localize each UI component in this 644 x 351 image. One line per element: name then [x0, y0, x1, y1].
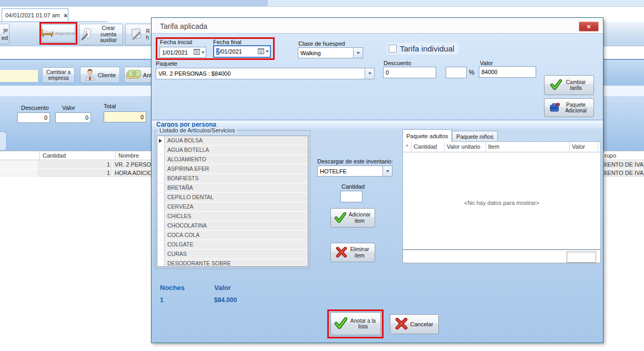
cliente-label: Cliente [98, 72, 116, 78]
row-selector[interactable] [157, 202, 165, 212]
list-item[interactable]: CERVEZA [157, 202, 308, 212]
paquete-select[interactable]: VR. 2 PERSONAS : $84000 [156, 68, 375, 79]
row-selector[interactable] [157, 174, 165, 183]
side-tab-fragment[interactable] [0, 131, 7, 151]
paquete-adicional-button[interactable]: Paquete Adicional [544, 98, 594, 117]
row-selector[interactable] [157, 250, 165, 259]
clase-huesped-select[interactable]: Walking [298, 47, 363, 58]
table-row[interactable]: 1 VR. 2 PERSON [0, 161, 151, 169]
tab-paquete-adultos[interactable]: Paquete adultos [402, 129, 452, 142]
summary-valor-label: Valor [214, 284, 231, 292]
list-item[interactable]: CHICLES [157, 212, 308, 221]
row-selector[interactable] [157, 231, 165, 240]
alojamiento-button[interactable]: Alojamiento [42, 24, 75, 43]
room-code-field[interactable] [0, 70, 38, 82]
chevron-down-icon[interactable] [365, 68, 374, 79]
tab-paquete-ninos[interactable]: Paquete niños [452, 131, 498, 142]
clase-huesped-label: Clase de huesped [298, 40, 345, 47]
fragment-right-line1: R [146, 28, 149, 34]
tab-close-icon[interactable]: × [64, 12, 68, 19]
list-item[interactable]: CHOCOLATINA [157, 221, 308, 231]
fecha-final-field[interactable]: 2/01/2021 [213, 45, 271, 58]
cantidad-input[interactable] [340, 191, 363, 202]
row-selector[interactable] [157, 183, 165, 193]
dialog-descuento-input[interactable]: 0 [383, 67, 436, 78]
app-window: 04/01/2021 01:07 am × je ed Alojamiento [0, 0, 644, 351]
adicionar-item-button[interactable]: Adicionar item [330, 208, 375, 228]
bg-nombre-column-header: Nombre [116, 151, 151, 160]
chevron-down-icon[interactable] [202, 51, 205, 54]
calendar-icon[interactable] [258, 48, 264, 55]
list-item-label: ALOJAMIENTO [165, 155, 308, 164]
row-selector[interactable] [157, 155, 165, 164]
crear-cuenta-auxiliar-button[interactable]: Crear cuenta auxiliar [79, 24, 123, 45]
cambiar-a-empresa-button[interactable]: Cambiar a empresa [42, 67, 75, 83]
tarifa-individual-checkbox[interactable] [389, 45, 397, 53]
grid-empty-message: <No hay datos para mostrar> [403, 200, 600, 206]
list-item[interactable]: BRETAÑA [157, 183, 308, 193]
grupo-cell[interactable]: XENTO DE IVA [603, 161, 644, 169]
articulos-servicios-list: AGUA BOLSA AGUA BOTELLA ALOJAMIENTO ASPI… [157, 136, 308, 267]
eliminar-item-button[interactable]: Eliminar item [330, 243, 375, 262]
fragment-left-line2: ed [2, 35, 8, 41]
dialog-valor-input[interactable]: 84000 [479, 66, 536, 78]
row-selector[interactable] [157, 136, 165, 146]
row-selector[interactable] [157, 240, 165, 250]
list-item-label: DESODORANTE SOBRE [165, 259, 308, 267]
grid-footer [402, 250, 601, 263]
anotar-a-la-lista-button[interactable]: Anotar a la lista [330, 312, 381, 335]
inventario-select[interactable]: HOTELFE [317, 166, 393, 177]
list-item-label: AGUA BOLSA [165, 136, 308, 146]
chevron-down-icon[interactable] [383, 166, 392, 176]
check-icon [335, 212, 346, 224]
anticipo-label: Ant [143, 72, 152, 78]
list-item[interactable]: COCA COLA [157, 231, 308, 240]
row-selector[interactable] [157, 193, 165, 202]
list-item-label: COLGATE [165, 240, 308, 250]
valor-bg-input[interactable]: 0 [55, 112, 91, 123]
dialog-close-button[interactable]: × [579, 22, 599, 32]
cliente-button[interactable]: Cliente [80, 67, 120, 83]
row-selector-cell [0, 169, 37, 177]
bg-table-header: Cantidad Nombre [0, 151, 151, 160]
dialog-descuento-label: Descuento [384, 60, 411, 66]
calendar-icon[interactable] [194, 49, 200, 56]
row-selector[interactable] [157, 221, 165, 231]
grid-spacer-header [598, 142, 600, 152]
list-item[interactable]: ASPIRINA EFER [157, 164, 308, 174]
list-item-label: CHOCOLATINA [165, 221, 308, 231]
descuento-bg-input[interactable]: 0 [17, 112, 50, 123]
descuento-percent-input[interactable] [446, 67, 467, 78]
crear-cuenta-label: Crear cuenta auxiliar [95, 25, 122, 44]
grid-footer-total-box[interactable] [567, 252, 596, 263]
toolbar-fragment-left-button[interactable]: je ed [0, 24, 9, 44]
chevron-down-icon[interactable] [266, 50, 269, 53]
cambiar-tarifa-button[interactable]: Cambiar tarifa [544, 75, 594, 95]
grupo-cell[interactable]: XENTO DE IVA [603, 169, 644, 177]
cancelar-button[interactable]: Cancelar [390, 314, 439, 334]
top-strip-right [268, 0, 644, 7]
chevron-down-icon[interactable] [353, 48, 363, 58]
list-item[interactable]: BONFIESTS [157, 174, 308, 183]
list-item[interactable]: AGUA BOTELLA [157, 146, 308, 155]
list-item[interactable]: DESODORANTE SOBRE [157, 259, 308, 267]
toolbar-fragment-right-button[interactable]: R h [125, 24, 154, 45]
document-tab[interactable]: 04/01/2021 01:07 am × [2, 8, 68, 22]
list-item[interactable]: AGUA BOLSA [157, 136, 308, 146]
table-row[interactable]: 1 HORA ADICION [0, 169, 151, 177]
dialog-title-bar: Tarifa aplicada [152, 18, 603, 34]
list-item[interactable]: COLGATE [157, 240, 308, 250]
row-selector[interactable] [157, 259, 165, 267]
list-item[interactable]: ALOJAMIENTO [157, 155, 308, 164]
list-item[interactable]: CURAS [157, 250, 308, 259]
list-item[interactable]: CEPILLO DENTAL [157, 193, 308, 202]
total-bg-input[interactable]: 0 [104, 111, 146, 122]
check-icon [550, 79, 562, 91]
check-icon [335, 317, 347, 330]
row-selector[interactable] [157, 212, 165, 221]
fecha-inicial-field[interactable]: 1/01/2021 [159, 47, 206, 58]
row-selector[interactable] [157, 146, 165, 155]
anticipo-button-fragment[interactable]: Ant [124, 67, 154, 83]
row-selector[interactable] [157, 164, 165, 174]
grid-cantidad-header: Cantidad [411, 142, 445, 152]
